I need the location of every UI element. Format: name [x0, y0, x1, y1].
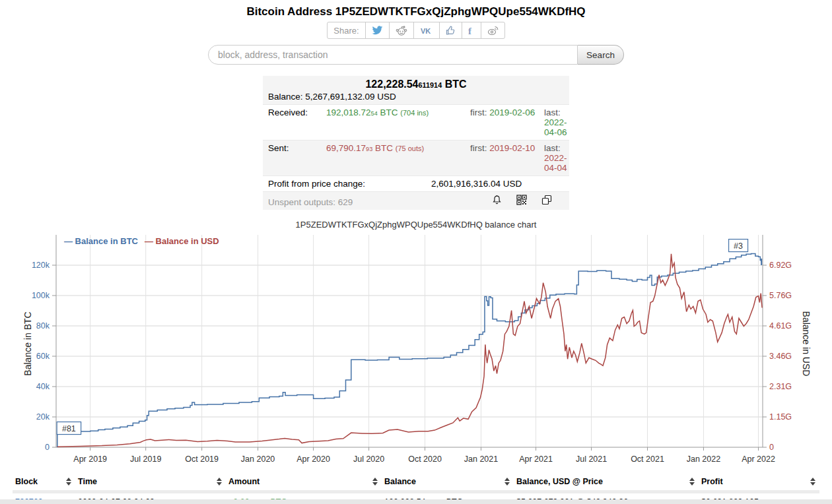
qr-code-icon[interactable]	[516, 195, 527, 205]
series-btc[interactable]	[57, 254, 761, 448]
right-axis-title: Balance in USD	[801, 311, 812, 377]
x-tick-label: Jan 2020	[241, 455, 275, 464]
btc-tick-label: 60k	[36, 352, 50, 361]
left-axis-title: Balance in BTC	[22, 311, 33, 375]
chart-annotation-label: #3	[734, 241, 743, 251]
received-amount: 192,018.7254 BTC (704 ins)	[326, 108, 470, 117]
reddit-icon[interactable]	[389, 22, 413, 38]
search-button[interactable]: Search	[578, 45, 624, 65]
column-label: Time	[78, 477, 97, 486]
x-tick-label: Jul 2019	[130, 455, 161, 464]
column-header-balance-usd-price[interactable]: Balance, USD @ Price	[514, 473, 699, 492]
column-label: Balance, USD @ Price	[516, 477, 603, 486]
column-header-profit[interactable]: Profit	[699, 473, 819, 492]
column-label: Balance	[384, 477, 416, 486]
usd-tick-label: 3.46G	[769, 352, 792, 361]
sort-icon[interactable]	[217, 478, 222, 486]
bell-icon[interactable]	[492, 195, 502, 205]
svg-text:f: f	[468, 26, 472, 36]
usd-tick-label: 0	[769, 443, 774, 452]
btc-tick-label: 80k	[36, 321, 50, 331]
weibo-icon[interactable]	[481, 22, 504, 38]
x-tick-label: Apr 2019	[73, 455, 107, 464]
sort-icon[interactable]	[810, 478, 815, 486]
x-tick-label: Jan 2021	[464, 455, 498, 464]
footer-strip	[0, 499, 832, 504]
usd-tick-label: 6.92G	[769, 261, 792, 270]
sort-icon[interactable]	[372, 478, 378, 486]
vk-icon[interactable]: VK	[413, 22, 439, 38]
balance-chart-svg[interactable]: 0020k1.15G40k2.31G60k3.46G80k4.61G100k5.…	[0, 232, 832, 468]
column-header-time[interactable]: Time	[75, 473, 226, 492]
btc-tick-label: 120k	[32, 261, 50, 270]
balance-chart[interactable]: 0020k1.15G40k2.31G60k3.46G80k4.61G100k5.…	[0, 232, 832, 470]
received-first: first: 2019-02-06	[470, 108, 544, 117]
column-header-balance[interactable]: Balance	[382, 473, 514, 492]
btc-tick-label: 20k	[36, 412, 50, 422]
sort-icon[interactable]	[689, 478, 695, 486]
svg-text:VK: VK	[421, 27, 431, 35]
sent-amount: 69,790.1793 BTC (75 outs)	[326, 143, 470, 153]
copy-icon[interactable]	[541, 195, 552, 205]
share-row: Share: VK f	[0, 22, 832, 39]
chart-title: 1P5ZEDWTKTFGxQjZphgWPQUpe554WKDfHQ balan…	[0, 220, 832, 230]
x-tick-label: Jul 2020	[353, 455, 384, 464]
balance-usd: Balance: 5,267,691,132.09 USD	[268, 92, 564, 102]
sent-last: last: 2022-04-04	[544, 143, 567, 173]
column-header-block[interactable]: Block	[13, 473, 75, 492]
received-row: Received: 192,018.7254 BTC (704 ins) fir…	[263, 104, 569, 140]
profit-value: 2,601,916,316.04 USD	[431, 179, 522, 189]
x-tick-label: Apr 2022	[742, 455, 775, 464]
search-row: Search	[0, 45, 832, 65]
like-icon[interactable]	[439, 22, 462, 38]
x-tick-label: Oct 2021	[631, 455, 664, 464]
chart-legend[interactable]: — Balance in BTC— Balance in USD	[64, 236, 219, 246]
received-last: last: 2022-04-06	[544, 108, 567, 137]
usd-tick-label: 2.31G	[769, 382, 792, 391]
profit-label: Profit from price change:	[268, 179, 431, 189]
twitter-icon[interactable]	[365, 22, 389, 38]
column-label: Profit	[701, 477, 723, 486]
sent-row: Sent: 69,790.1793 BTC (75 outs) first: 2…	[263, 140, 569, 175]
unspent-row: Unspent outputs: 629	[263, 191, 569, 210]
page-title: Bitcoin Address 1P5ZEDWTKTFGxQjZphgWPQUp…	[0, 0, 832, 18]
x-tick-label: Apr 2021	[519, 455, 553, 464]
balance-row: 122,228.54611914 BTC Balance: 5,267,691,…	[263, 76, 569, 104]
column-header-amount[interactable]: Amount	[226, 473, 382, 492]
sort-icon[interactable]	[504, 478, 510, 486]
sent-first: first: 2019-02-10	[470, 143, 544, 153]
column-label: Amount	[228, 477, 260, 486]
facebook-icon[interactable]: f	[462, 22, 481, 38]
x-tick-label: Jul 2021	[576, 455, 607, 464]
usd-tick-label: 4.61G	[769, 321, 792, 331]
x-tick-label: Oct 2019	[185, 455, 219, 464]
x-tick-label: Jan 2022	[687, 455, 720, 464]
x-tick-label: Apr 2020	[296, 455, 330, 464]
table-header-row: BlockTimeAmountBalanceBalance, USD @ Pri…	[13, 473, 819, 492]
share-box: Share: VK f	[327, 22, 504, 39]
column-label: Block	[15, 477, 38, 486]
chart-annotation-label: #81	[62, 424, 76, 433]
series-usd[interactable]	[57, 254, 762, 447]
btc-tick-label: 40k	[36, 382, 50, 391]
share-label: Share:	[328, 22, 364, 38]
profit-row: Profit from price change: 2,601,916,316.…	[263, 175, 569, 191]
sort-icon[interactable]	[66, 478, 71, 486]
btc-tick-label: 0	[45, 443, 50, 452]
usd-tick-label: 1.15G	[769, 412, 792, 422]
address-summary: 122,228.54611914 BTC Balance: 5,267,691,…	[263, 76, 569, 210]
btc-tick-label: 100k	[32, 291, 50, 300]
balance-btc: 122,228.54611914 BTC	[268, 79, 564, 90]
usd-tick-label: 5.76G	[769, 291, 792, 300]
x-tick-label: Oct 2020	[408, 455, 442, 464]
search-input[interactable]	[208, 45, 578, 65]
unspent-label: Unspent outputs: 629	[268, 197, 353, 207]
